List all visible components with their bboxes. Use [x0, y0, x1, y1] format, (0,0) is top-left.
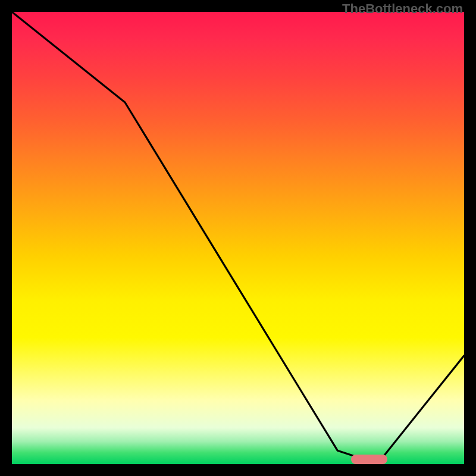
- chart-plot-area: [12, 12, 464, 464]
- optimal-range-marker: [351, 455, 387, 464]
- bottleneck-curve: [12, 12, 464, 464]
- watermark-text: TheBottleneck.com: [342, 1, 463, 17]
